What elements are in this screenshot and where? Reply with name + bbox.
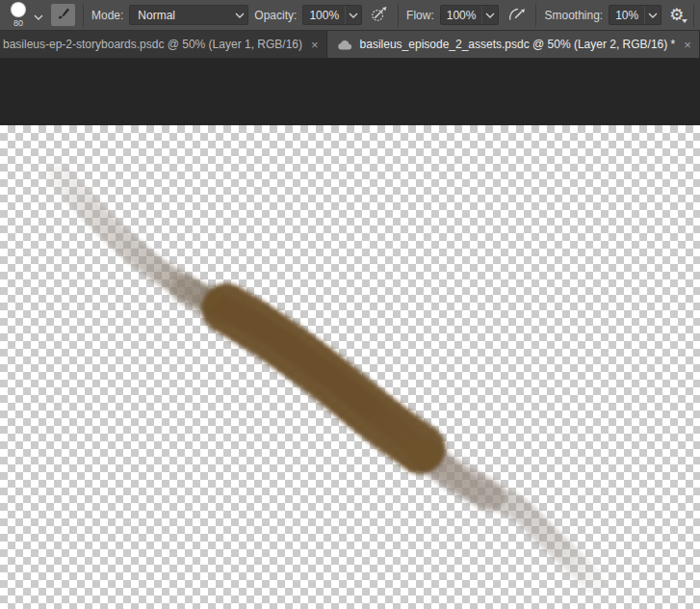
smoothing-select[interactable]: 10% [609, 5, 661, 25]
close-icon[interactable]: × [684, 39, 691, 51]
caret-down-icon [682, 19, 687, 23]
photoshop-window: 80 Mode: Normal Opacity: 100% [0, 0, 700, 609]
pen-pressure-opacity-icon [370, 5, 388, 26]
close-icon[interactable]: × [311, 39, 319, 51]
smoothing-options-button[interactable]: ⚙ [667, 7, 686, 23]
opacity-value: 100% [303, 9, 345, 22]
chevron-down-icon[interactable] [34, 7, 43, 24]
chevron-down-icon [231, 6, 247, 24]
document-tab-bar: basileus-ep-2-storyboards.psdc @ 50% (La… [0, 31, 700, 58]
cloud-document-icon [336, 39, 353, 51]
mode-label: Mode: [91, 9, 123, 22]
brush-preview-icon [11, 2, 26, 17]
brush-size-value: 80 [13, 18, 23, 28]
document-tab-assets[interactable]: basileus_episode_2_assets.psdc @ 50% (La… [327, 31, 700, 58]
pasteboard [0, 58, 700, 125]
opacity-select[interactable]: 100% [302, 5, 362, 25]
brush-options-bar: 80 Mode: Normal Opacity: 100% [0, 0, 700, 31]
flow-value: 100% [441, 9, 482, 22]
airbrush-icon [506, 5, 526, 26]
toolbar-separator [693, 4, 694, 27]
pressure-opacity-button[interactable] [368, 5, 390, 26]
chevron-down-icon [345, 6, 361, 24]
tab-title: basileus_episode_2_assets.psdc @ 50% (La… [360, 38, 676, 51]
brush-stroke-layer [0, 125, 700, 609]
document-tab-storyboards[interactable]: basileus-ep-2-storyboards.psdc @ 50% (La… [0, 31, 327, 58]
brush-settings-button[interactable] [51, 4, 75, 26]
chevron-down-icon [644, 6, 661, 24]
paintbrush-icon [56, 6, 71, 24]
smoothing-label: Smoothing: [544, 9, 603, 22]
brush-tip-preview: 80 [6, 2, 31, 28]
flow-label: Flow: [406, 9, 434, 22]
opacity-label: Opacity: [254, 9, 297, 22]
chevron-down-icon [481, 6, 498, 24]
blend-mode-select[interactable]: Normal [129, 5, 248, 25]
toolbar-separator [535, 4, 536, 27]
blend-mode-value: Normal [130, 9, 231, 22]
toolbar-separator [83, 4, 84, 27]
airbrush-button[interactable] [505, 5, 528, 26]
canvas-area[interactable] [0, 125, 700, 609]
tab-title: basileus-ep-2-storyboards.psdc @ 50% (La… [3, 38, 302, 51]
toolbar-separator [398, 4, 399, 27]
flow-select[interactable]: 100% [440, 5, 500, 25]
brush-preset-picker[interactable]: 80 [4, 1, 45, 29]
brush-stroke-brown-core [226, 308, 421, 449]
smoothing-value: 10% [609, 9, 644, 22]
